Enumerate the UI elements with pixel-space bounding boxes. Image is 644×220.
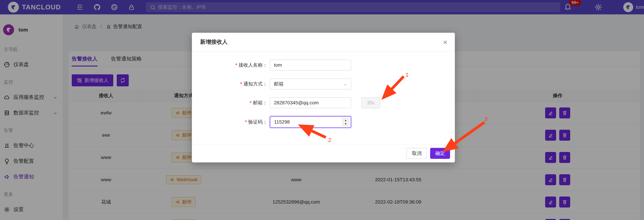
confirm-button[interactable]: 确定 xyxy=(430,148,450,159)
receiver-name-input[interactable] xyxy=(270,60,351,71)
field-verify-code: *验证码： ▲▼ xyxy=(192,116,455,128)
countdown-button[interactable]: 35s xyxy=(361,97,380,108)
modal-title: 新增接收人 xyxy=(200,38,228,46)
verify-code-input[interactable] xyxy=(270,116,351,128)
field-notify-method: *通知方式： xyxy=(192,79,455,90)
required-mark: * xyxy=(245,119,247,124)
field-email: *邮箱： 35s xyxy=(192,97,455,108)
number-stepper[interactable]: ▲▼ xyxy=(342,117,350,126)
field-receiver-name: *接收人名称： xyxy=(192,60,455,71)
cancel-button[interactable]: 取消 xyxy=(406,148,427,159)
required-mark: * xyxy=(240,81,242,87)
required-mark: * xyxy=(235,62,237,68)
verify-code-label: 验证码： xyxy=(248,119,268,124)
email-label: 邮箱： xyxy=(253,100,268,105)
required-mark: * xyxy=(250,100,252,105)
email-input[interactable] xyxy=(270,97,351,108)
step-down-icon[interactable]: ▼ xyxy=(344,122,347,126)
add-receiver-modal: 新增接收人 *接收人名称： *通知方式： *邮箱： 35s *验证码： ▲▼ xyxy=(192,33,455,162)
notify-method-label: 通知方式： xyxy=(244,81,268,87)
modal-body: *接收人名称： *通知方式： *邮箱： 35s *验证码： ▲▼ xyxy=(192,52,455,144)
modal-footer: 取消 确定 xyxy=(192,144,455,162)
notify-method-select[interactable] xyxy=(270,79,351,90)
chevron-down-icon xyxy=(342,82,348,87)
receiver-name-label: 接收人名称： xyxy=(238,62,268,68)
step-up-icon[interactable]: ▲ xyxy=(344,118,347,122)
close-icon[interactable] xyxy=(442,39,448,45)
modal-header: 新增接收人 xyxy=(192,33,455,52)
